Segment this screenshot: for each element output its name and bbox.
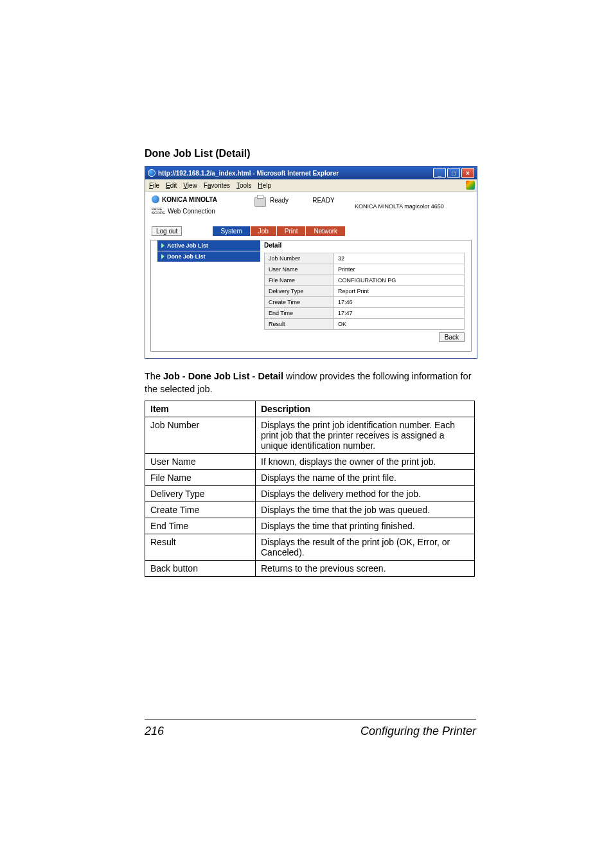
doc-item: Result xyxy=(145,534,256,561)
device-name: KONICA MINOLTA magicolor 4650 xyxy=(355,195,470,215)
doc-desc: Returns to the previous screen. xyxy=(256,561,475,577)
doc-item: End Time xyxy=(145,518,256,534)
tab-network[interactable]: Network xyxy=(306,226,346,236)
detail-value: OK xyxy=(334,319,465,330)
doc-header-item: Item xyxy=(145,401,256,417)
ie-icon xyxy=(148,169,155,177)
sidebar-item-done-job-list[interactable]: Done Job List xyxy=(157,251,260,262)
table-row: End TimeDisplays the time that printing … xyxy=(145,518,475,534)
window-minimize-button[interactable]: _ xyxy=(433,168,446,178)
table-row: Job Number32 xyxy=(265,253,465,264)
doc-table: Item Description Job NumberDisplays the … xyxy=(145,401,475,577)
windows-flag-icon xyxy=(466,181,475,190)
doc-item: Job Number xyxy=(145,417,256,454)
doc-desc: Displays the time that the job was queue… xyxy=(256,502,475,518)
table-row: End Time17:47 xyxy=(265,308,465,319)
back-button[interactable]: Back xyxy=(439,332,465,342)
detail-key: File Name xyxy=(265,275,334,286)
detail-key: Result xyxy=(265,319,334,330)
doc-desc: Displays the result of the print job (OK… xyxy=(256,534,475,561)
tab-system[interactable]: System xyxy=(213,226,250,236)
detail-table: Job Number32 User NamePrinter File NameC… xyxy=(264,253,465,330)
footer-section: Configuring the Printer xyxy=(360,725,476,738)
menu-tools[interactable]: Tools xyxy=(236,182,251,189)
table-row: Create TimeDisplays the time that the jo… xyxy=(145,502,475,518)
status-ready-label: Ready xyxy=(270,197,289,204)
detail-value: 17:46 xyxy=(334,297,465,308)
table-row: File NameDisplays the name of the print … xyxy=(145,470,475,486)
doc-item: User Name xyxy=(145,454,256,470)
detail-key: Delivery Type xyxy=(265,286,334,297)
logout-button[interactable]: Log out xyxy=(152,226,182,236)
detail-heading: Detail xyxy=(264,242,465,249)
table-row: Create Time17:46 xyxy=(265,297,465,308)
globe-icon xyxy=(152,195,159,203)
window-title: http://192.168.1.2/a_index.html - Micros… xyxy=(158,170,339,177)
doc-item: Delivery Type xyxy=(145,486,256,502)
table-row: Back buttonReturns to the previous scree… xyxy=(145,561,475,577)
window-close-button[interactable]: × xyxy=(461,168,474,178)
detail-value: 17:47 xyxy=(334,308,465,319)
table-row: ResultDisplays the result of the print j… xyxy=(145,534,475,561)
intro-paragraph: The Job - Done Job List - Detail window … xyxy=(145,370,475,395)
doc-item: Back button xyxy=(145,561,256,577)
detail-key: Create Time xyxy=(265,297,334,308)
menu-bar: File Edit View Favorites Tools Help xyxy=(145,179,477,192)
page-footer: 216 Configuring the Printer xyxy=(145,725,476,738)
section-heading: Done Job List (Detail) xyxy=(145,148,475,159)
chevron-right-icon xyxy=(161,254,164,259)
menu-help[interactable]: Help xyxy=(258,182,271,189)
sidebar-item-active-job-list[interactable]: Active Job List xyxy=(157,240,260,251)
chevron-right-icon xyxy=(161,243,164,248)
tab-print[interactable]: Print xyxy=(277,226,306,236)
detail-value: Report Print xyxy=(334,286,465,297)
table-row: ResultOK xyxy=(265,319,465,330)
menu-file[interactable]: File xyxy=(149,182,159,189)
detail-value: 32 xyxy=(334,253,465,264)
menu-view[interactable]: View xyxy=(183,182,197,189)
titlebar: http://192.168.1.2/a_index.html - Micros… xyxy=(145,167,477,179)
doc-desc: Displays the print job identification nu… xyxy=(256,417,475,454)
screenshot-window: http://192.168.1.2/a_index.html - Micros… xyxy=(145,166,477,359)
detail-key: Job Number xyxy=(265,253,334,264)
doc-desc: Displays the name of the print file. xyxy=(256,470,475,486)
doc-desc: If known, displays the owner of the prin… xyxy=(256,454,475,470)
doc-item: Create Time xyxy=(145,502,256,518)
table-row: Delivery TypeReport Print xyxy=(265,286,465,297)
detail-value: Printer xyxy=(334,264,465,275)
doc-header-description: Description xyxy=(256,401,475,417)
printer-icon xyxy=(254,197,266,207)
menu-edit[interactable]: Edit xyxy=(166,182,177,189)
app-content: KONICA MINOLTA PAGE SCOPE Web Connection… xyxy=(145,192,477,352)
doc-desc: Displays the time that printing finished… xyxy=(256,518,475,534)
brand-konica-minolta: KONICA MINOLTA xyxy=(152,195,254,203)
detail-value: CONFIGURATION PG xyxy=(334,275,465,286)
table-row: Job NumberDisplays the print job identif… xyxy=(145,417,475,454)
footer-rule xyxy=(145,719,476,719)
detail-key: User Name xyxy=(265,264,334,275)
brand-pagescope: PAGE SCOPE Web Connection xyxy=(152,207,254,215)
status-title: READY xyxy=(292,197,355,204)
detail-key: End Time xyxy=(265,308,334,319)
table-row: File NameCONFIGURATION PG xyxy=(265,275,465,286)
table-row: Delivery TypeDisplays the delivery metho… xyxy=(145,486,475,502)
doc-item: File Name xyxy=(145,470,256,486)
tabs: System Job Print Network xyxy=(213,226,346,236)
side-nav: Active Job List Done Job List xyxy=(157,240,260,342)
window-maximize-button[interactable]: □ xyxy=(447,168,460,178)
table-row: User NamePrinter xyxy=(265,264,465,275)
page-number: 216 xyxy=(145,725,164,738)
menu-favorites[interactable]: Favorites xyxy=(204,182,230,189)
table-row: User NameIf known, displays the owner of… xyxy=(145,454,475,470)
tab-job[interactable]: Job xyxy=(251,226,277,236)
doc-desc: Displays the delivery method for the job… xyxy=(256,486,475,502)
